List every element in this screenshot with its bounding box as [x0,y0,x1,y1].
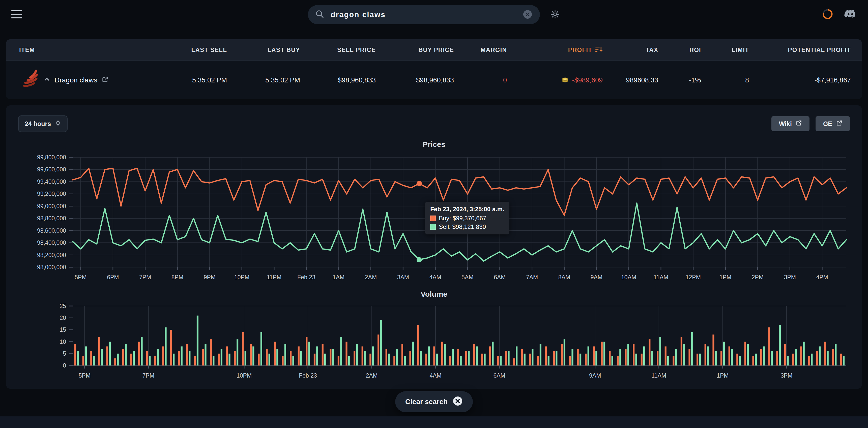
search-clear-button[interactable] [523,9,532,20]
volume-chart: 05101520255PM7PM10PMFeb 232AM4AM6AM9AM11… [18,303,850,381]
col-header-potential-profit[interactable]: POTENTIAL PROFIT [760,46,862,54]
refresh-spinner-icon [822,8,833,21]
sell-swatch-icon [430,224,436,230]
svg-text:7AM: 7AM [526,274,538,281]
search-input[interactable]: dragon claws [308,5,540,24]
svg-text:10PM: 10PM [237,372,252,379]
col-header-buy-price[interactable]: BUY PRICE [387,46,465,54]
col-header-limit[interactable]: LIMIT [712,46,760,54]
cell-buy-price: $98,960,833 [387,76,465,84]
svg-text:11AM: 11AM [652,372,666,379]
svg-text:12PM: 12PM [686,274,701,281]
svg-text:99,200,000: 99,200,000 [37,191,66,197]
tooltip-title: Feb 23, 2024, 3:25:00 a.m. [430,206,504,213]
time-range-select[interactable]: 24 hours [18,116,68,132]
svg-text:7PM: 7PM [139,274,151,281]
results-table: ITEM LAST SELL LAST BUY SELL PRICE BUY P… [6,39,862,99]
external-links: Wiki GE [771,116,850,131]
col-header-last-buy[interactable]: LAST BUY [238,46,311,54]
collapse-chevron-icon[interactable] [44,76,50,84]
svg-text:3AM: 3AM [397,274,409,281]
buy-swatch-icon [430,216,436,221]
tooltip-sell-row: Sell: $98,121,830 [430,223,504,230]
svg-text:5: 5 [63,350,66,357]
search-area: dragon claws [308,5,560,24]
svg-text:10PM: 10PM [234,274,249,281]
up-down-chevrons-icon [55,120,61,128]
wiki-button-label: Wiki [779,120,792,128]
clear-search-label: Clear search [405,398,447,406]
svg-text:3PM: 3PM [784,274,796,281]
svg-text:6PM: 6PM [107,274,119,281]
svg-text:10: 10 [60,338,66,345]
main-content: ITEM LAST SELL LAST BUY SELL PRICE BUY P… [0,29,868,428]
chart-tooltip: Feb 23, 2024, 3:25:00 a.m. Buy: $99,370,… [425,202,509,234]
topbar-right [822,8,857,22]
discord-button[interactable] [844,8,857,22]
volume-chart-title: Volume [18,290,850,298]
svg-text:98,400,000: 98,400,000 [37,239,66,246]
volume-chart-svg[interactable]: 05101520255PM7PM10PMFeb 232AM4AM6AM9AM11… [18,303,850,381]
profit-header-label: PROFIT [568,46,592,54]
external-link-icon[interactable] [102,76,108,85]
prices-chart: 98,000,00098,200,00098,400,00098,600,000… [18,153,850,282]
svg-text:1PM: 1PM [719,274,731,281]
cell-margin: 0 [465,76,518,84]
svg-text:9AM: 9AM [591,274,602,281]
bottom-strip [0,417,868,428]
clear-search-area: Clear search [6,391,862,413]
dragon-claws-item-icon [16,68,39,93]
ge-button-label: GE [823,120,832,128]
col-header-tax[interactable]: TAX [614,46,669,54]
chart-controls: 24 hours Wiki GE [18,116,850,132]
circle-x-icon [523,9,532,20]
svg-text:Feb 23: Feb 23 [299,372,317,379]
circle-x-icon [453,396,463,408]
svg-text:25: 25 [60,303,66,309]
hamburger-icon [11,10,22,20]
svg-text:2AM: 2AM [366,372,377,379]
search-value: dragon claws [331,10,516,19]
settings-button[interactable] [550,9,560,20]
svg-text:5PM: 5PM [75,274,87,281]
table-row[interactable]: Dragon claws 5:35:02 PM 5:35:02 PM $98,9… [6,61,862,99]
cell-potential-profit: -$7,916,867 [760,76,862,84]
col-header-roi[interactable]: ROI [669,46,712,54]
menu-button[interactable] [11,10,22,20]
profit-value: -$989,609 [572,76,603,84]
svg-text:98,000,000: 98,000,000 [37,264,66,270]
cell-sell-price: $98,960,833 [311,76,387,84]
svg-text:0: 0 [63,362,66,369]
topbar: dragon claws [0,0,868,29]
wiki-button[interactable]: Wiki [771,116,809,131]
col-header-profit[interactable]: PROFIT [518,46,614,54]
item-name-link[interactable]: Dragon claws [55,76,97,84]
cell-last-sell: 5:35:02 PM [167,76,238,84]
svg-text:8PM: 8PM [172,274,183,281]
svg-text:11AM: 11AM [654,274,668,281]
col-header-item[interactable]: ITEM [6,46,167,54]
col-header-sell-price[interactable]: SELL PRICE [311,46,387,54]
external-link-icon [836,120,842,128]
svg-text:20: 20 [60,315,66,321]
clear-search-button[interactable]: Clear search [395,391,473,413]
svg-text:9PM: 9PM [204,274,216,281]
col-header-margin[interactable]: MARGIN [465,46,518,54]
search-icon [315,10,324,20]
svg-text:99,400,000: 99,400,000 [37,178,66,185]
svg-text:2PM: 2PM [752,274,764,281]
cell-profit: -$989,609 [518,76,614,85]
tooltip-buy-row: Buy: $99,370,667 [430,215,504,222]
tooltip-buy-label: Buy: $99,370,667 [439,215,486,222]
svg-text:98,200,000: 98,200,000 [37,252,66,258]
app-page: dragon claws [0,0,868,428]
svg-text:4AM: 4AM [429,274,441,281]
cell-last-buy: 5:35:02 PM [238,76,311,84]
svg-text:11PM: 11PM [267,274,281,281]
prices-chart-title: Prices [18,140,850,149]
external-link-icon [796,120,802,128]
svg-text:15: 15 [60,326,66,333]
gear-icon [550,9,560,20]
ge-button[interactable]: GE [815,116,850,131]
col-header-last-sell[interactable]: LAST SELL [167,46,238,54]
